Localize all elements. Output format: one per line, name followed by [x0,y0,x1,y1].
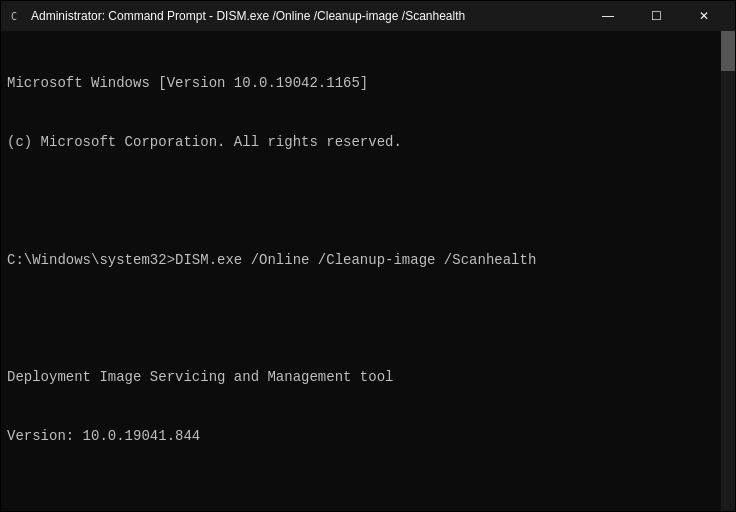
console-line-6: Deployment Image Servicing and Managemen… [7,368,729,388]
scrollbar-thumb[interactable] [721,31,735,71]
console-line-1: Microsoft Windows [Version 10.0.19042.11… [7,74,729,94]
title-bar-left: C Administrator: Command Prompt - DISM.e… [9,8,465,24]
console-line-2: (c) Microsoft Corporation. All rights re… [7,133,729,153]
close-button[interactable]: ✕ [681,1,727,31]
scrollbar[interactable] [721,31,735,511]
console-line-4: C:\Windows\system32>DISM.exe /Online /Cl… [7,251,729,271]
minimize-button[interactable]: — [585,1,631,31]
title-bar: C Administrator: Command Prompt - DISM.e… [1,1,735,31]
cmd-icon: C [9,8,25,24]
console-line-3 [7,192,729,212]
svg-text:C: C [11,11,17,22]
cmd-window: C Administrator: Command Prompt - DISM.e… [0,0,736,512]
console-line-7: Version: 10.0.19041.844 [7,427,729,447]
window-controls: — ☐ ✕ [585,1,727,31]
console-output: Microsoft Windows [Version 10.0.19042.11… [7,35,729,511]
console-body[interactable]: Microsoft Windows [Version 10.0.19042.11… [1,31,735,511]
window-title: Administrator: Command Prompt - DISM.exe… [31,9,465,23]
console-line-5 [7,309,729,329]
console-line-8 [7,486,729,506]
maximize-button[interactable]: ☐ [633,1,679,31]
